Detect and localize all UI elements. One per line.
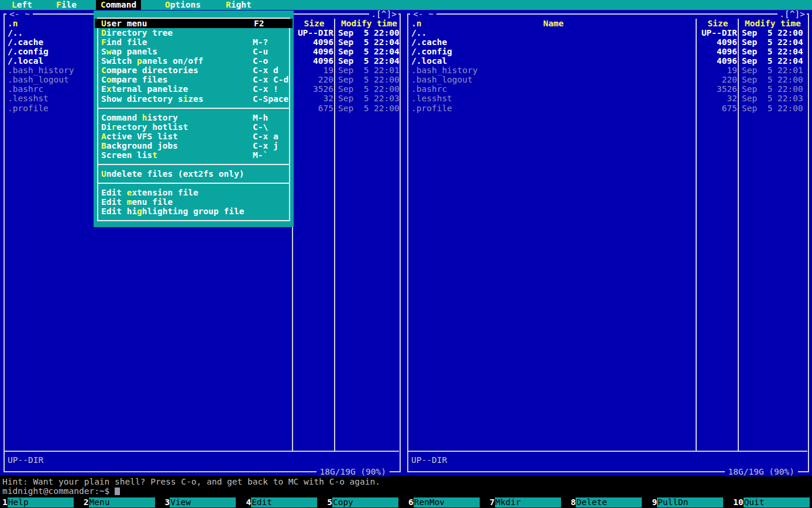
fkey-view[interactable]: 3View — [163, 497, 244, 507]
free-space-indicator: 18G/19G (90%) — [725, 467, 799, 476]
fkey-renmov[interactable]: 6RenMov — [406, 497, 487, 507]
panel-dotfiles-up-buttons[interactable]: .[^]> — [777, 9, 807, 19]
file-size: 675 — [295, 104, 333, 113]
fkey-menu[interactable]: 2Menu — [81, 497, 163, 507]
file-size: 220 — [699, 75, 737, 84]
menu-item-switch-panels-on-off[interactable]: Switch panels on/offC-o — [94, 56, 294, 66]
fkey-mkdir[interactable]: 7Mkdir — [487, 497, 569, 507]
column-header-size[interactable]: Size — [699, 19, 737, 28]
shortcut: M-` — [253, 150, 268, 160]
file-row[interactable]: /.config4096Sep 5 22:04 — [404, 47, 812, 56]
file-name: .bash_history — [8, 66, 74, 75]
fkey-edit[interactable]: 4Edit — [243, 497, 325, 507]
menu-item-directory-hotlist[interactable]: Directory hotlistC-\ — [94, 122, 294, 132]
file-name: /.. — [8, 28, 23, 37]
file-row[interactable]: .bashrc3526Sep 5 22:00 — [404, 84, 812, 94]
menu-item-show-directory-sizes[interactable]: Show directory sizesC-Space — [94, 94, 294, 104]
file-name: .profile — [8, 104, 49, 113]
file-name: .bashrc — [8, 84, 43, 94]
file-row[interactable]: .profile675Sep 5 22:00 — [404, 104, 812, 113]
fkey-copy[interactable]: 5Copy — [325, 497, 406, 507]
file-mtime: Sep 5 22:04 — [742, 47, 803, 56]
shortcut: C-x ! — [253, 84, 278, 94]
panel-top-border — [407, 13, 808, 15]
file-row[interactable]: .lesshst32Sep 5 22:03 — [404, 94, 812, 103]
menu-item-edit-menu-file[interactable]: Edit menu file — [94, 197, 294, 207]
command-menu-dropdown: User menuF2 Directory tree Find fileM-? … — [94, 11, 294, 227]
file-size: 32 — [699, 94, 737, 103]
menu-bar: Left File Command Options Right — [0, 0, 812, 10]
file-name: .profile — [411, 104, 452, 113]
menu-item-screen-list[interactable]: Screen listM-` — [94, 150, 294, 160]
file-size: 4096 — [295, 47, 333, 56]
file-mtime: Sep 5 22:00 — [742, 84, 803, 94]
menu-item-undelete-files[interactable]: Undelete files (ext2fs only) — [94, 169, 294, 179]
file-name: .lesshst — [8, 94, 49, 103]
file-name: .bash_logout — [8, 75, 69, 84]
panel-dotfiles-up-buttons[interactable]: .[^]> — [369, 9, 398, 19]
fkey-delete[interactable]: 8Delete — [569, 497, 650, 507]
menubar-item-command[interactable]: Command — [96, 0, 141, 10]
file-mtime: Sep 5 22:04 — [742, 37, 803, 47]
menu-separator — [94, 179, 294, 188]
shell-prompt[interactable]: midnight@commander:~$ — [2, 486, 120, 496]
menubar-item-options[interactable]: Options — [165, 0, 201, 10]
file-mtime: Sep 5 22:01 — [742, 66, 803, 75]
file-mtime: Sep 5 22:00 — [742, 28, 803, 37]
menu-item-edit-highlighting-group-file[interactable]: Edit highlighting group file — [94, 207, 294, 216]
menu-item-compare-directories[interactable]: Compare directoriesC-x d — [94, 66, 294, 75]
fkey-help[interactable]: 1Help — [0, 497, 81, 507]
menubar-item-file[interactable]: File — [56, 0, 77, 10]
file-mtime: Sep 5 22:00 — [338, 28, 400, 37]
column-header-mtime[interactable]: Modify time — [742, 19, 804, 28]
menubar-item-left[interactable]: Left — [12, 0, 32, 10]
mc-screen: <- ~ .[^]> .n Name Size Modify time /..U… — [0, 0, 812, 508]
file-size: UP--DIR — [699, 28, 737, 37]
column-header-size[interactable]: Size — [295, 19, 333, 28]
menu-item-edit-extension-file[interactable]: Edit extension file — [94, 188, 294, 197]
file-mtime: Sep 5 22:01 — [338, 66, 400, 75]
panel-path-history-arrows[interactable]: <- ~ — [6, 9, 33, 19]
shortcut: C-Space — [253, 94, 288, 104]
file-mtime: Sep 5 22:04 — [742, 56, 803, 66]
menu-item-active-vfs-list[interactable]: Active VFS listC-x a — [94, 132, 294, 141]
file-size: 4096 — [295, 56, 333, 66]
file-name: .bash_history — [411, 66, 478, 75]
column-header-name[interactable]: Name — [411, 19, 696, 28]
menu-item-background-jobs[interactable]: Background jobsC-x j — [94, 141, 294, 150]
file-size: 220 — [295, 75, 333, 84]
file-mtime: Sep 5 22:03 — [742, 94, 803, 103]
menu-item-external-panelize[interactable]: External panelizeC-x ! — [94, 84, 294, 94]
shortcut: C-x d — [253, 66, 278, 75]
column-header-mtime[interactable]: Modify time — [338, 19, 400, 28]
file-size: 19 — [699, 66, 737, 75]
mini-status-divider — [408, 451, 807, 452]
file-row[interactable]: .bash_logout220Sep 5 22:00 — [404, 75, 812, 84]
menu-item-swap-panels[interactable]: Swap panelsC-u — [94, 47, 294, 56]
menu-item-directory-tree[interactable]: Directory tree — [94, 28, 294, 37]
shortcut: M-? — [253, 37, 268, 47]
free-space-indicator: 18G/19G (90%) — [316, 467, 390, 476]
shortcut: C-o — [253, 56, 268, 66]
file-name: /.cache — [411, 37, 447, 47]
file-name: .bashrc — [411, 84, 447, 94]
panel-path-history-arrows[interactable]: <- ~ — [410, 9, 436, 19]
file-name: /.local — [411, 56, 447, 66]
prompt-text: midnight@commander:~$ — [2, 486, 109, 496]
file-row[interactable]: .bash_history19Sep 5 22:01 — [404, 66, 812, 75]
menu-item-user-menu[interactable]: User menuF2 — [95, 19, 293, 28]
fkey-pulldn[interactable]: 9PullDn — [649, 497, 731, 507]
right-file-panel: <- ~ .[^]> .n Name Size Modify time /..U… — [404, 9, 812, 475]
file-row[interactable]: /..UP--DIRSep 5 22:00 — [404, 28, 812, 37]
file-row[interactable]: /.local4096Sep 5 22:04 — [404, 56, 812, 66]
file-mtime: Sep 5 22:04 — [338, 56, 400, 66]
menu-item-compare-files[interactable]: Compare filesC-x C-d — [94, 75, 294, 84]
shortcut: F2 — [254, 19, 264, 28]
file-row[interactable]: /.cache4096Sep 5 22:04 — [404, 37, 812, 47]
menu-item-find-file[interactable]: Find fileM-? — [94, 37, 294, 47]
menubar-item-right[interactable]: Right — [226, 0, 252, 10]
file-name: /.config — [8, 47, 49, 56]
fkey-quit[interactable]: 10Quit — [731, 497, 812, 507]
menu-list: User menuF2 Directory tree Find fileM-? … — [94, 19, 294, 216]
menu-item-command-history[interactable]: Command historyM-h — [94, 113, 294, 122]
